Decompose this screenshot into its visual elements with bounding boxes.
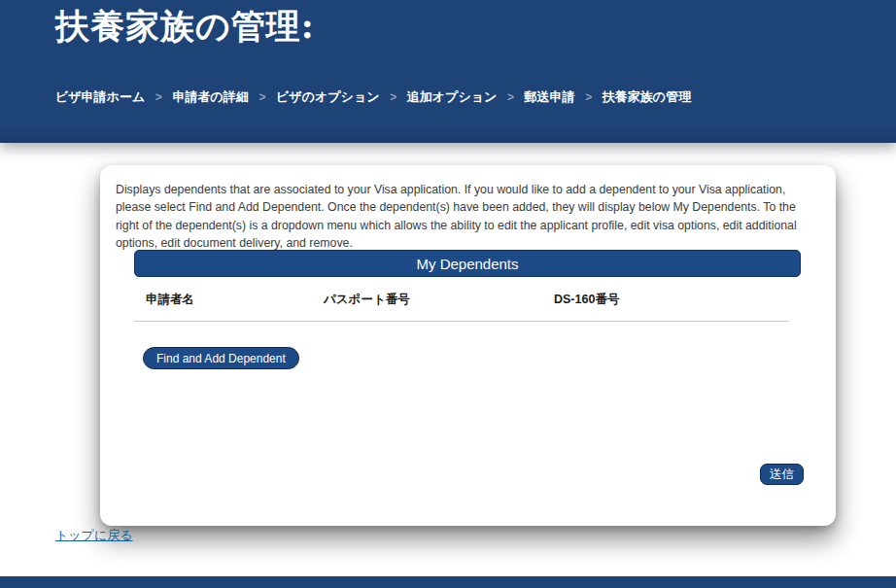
page-header: 扶養家族の管理: ビザ申請ホーム > 申請者の詳細 > ビザのオプション > 追… <box>0 0 896 143</box>
column-ds160-number: DS-160番号 <box>554 292 619 308</box>
card-description: Displays dependents that are associated … <box>116 181 821 253</box>
dependents-table-header: 申請者名 パスポート番号 DS-160番号 <box>100 292 836 309</box>
column-applicant-name: 申請者名 <box>146 292 194 308</box>
column-passport-number: パスポート番号 <box>324 292 410 308</box>
breadcrumb-mail-application[interactable]: 郵送申請 <box>525 89 575 104</box>
dependents-card: Displays dependents that are associated … <box>100 165 836 526</box>
find-add-dependent-button[interactable]: Find and Add Dependent <box>143 347 299 369</box>
breadcrumb-additional-options[interactable]: 追加オプション <box>407 89 498 104</box>
chevron-separator-icon: > <box>155 90 162 104</box>
page-footer <box>0 576 896 588</box>
table-divider <box>134 321 789 322</box>
breadcrumb-applicant-details[interactable]: 申請者の詳細 <box>172 89 248 104</box>
submit-button[interactable]: 送信 <box>760 464 804 485</box>
breadcrumb-visa-options[interactable]: ビザのオプション <box>276 89 379 104</box>
chevron-separator-icon: > <box>507 90 514 104</box>
chevron-separator-icon: > <box>258 90 265 104</box>
back-to-top-link[interactable]: トップに戻る <box>55 527 133 544</box>
chevron-separator-icon: > <box>390 90 396 104</box>
breadcrumb: ビザ申請ホーム > 申請者の詳細 > ビザのオプション > 追加オプション > … <box>55 88 691 106</box>
breadcrumb-visa-home[interactable]: ビザ申請ホーム <box>55 89 145 104</box>
chevron-separator-icon: > <box>585 90 592 104</box>
my-dependents-section-header: My Dependents <box>134 250 801 277</box>
page-title: 扶養家族の管理: <box>55 4 315 50</box>
my-dependents-title: My Dependents <box>416 256 518 272</box>
breadcrumb-current-manage-dependents: 扶養家族の管理 <box>603 89 691 104</box>
